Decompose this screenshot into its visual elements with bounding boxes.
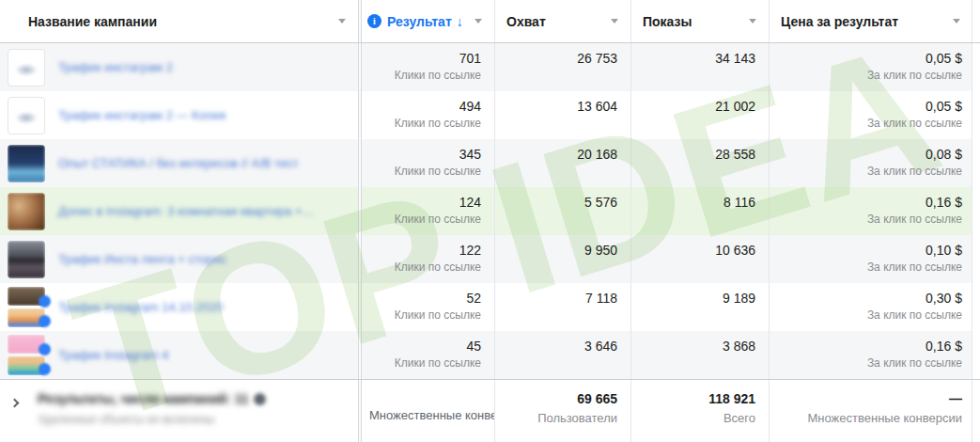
campaign-thumbnail bbox=[8, 287, 45, 328]
reach-value: 9 950 bbox=[501, 243, 617, 258]
cost-value: 0,10 $ bbox=[775, 243, 962, 258]
campaign-thumbnail bbox=[8, 193, 45, 230]
info-icon[interactable]: i bbox=[367, 14, 381, 28]
caret-down-icon[interactable] bbox=[953, 19, 960, 24]
info-icon bbox=[254, 393, 266, 405]
campaign-row[interactable]: Трафик инстаграм 2 701 Клики по ссылке 2… bbox=[0, 43, 980, 91]
impressions-value: 34 143 bbox=[637, 51, 755, 66]
row-right-strip bbox=[972, 331, 980, 379]
caret-down-icon[interactable] bbox=[338, 19, 346, 24]
column-header-result[interactable]: i Результат ↓ bbox=[362, 0, 495, 42]
totals-title: Результаты, число кампаний: 11 bbox=[38, 391, 249, 406]
result-cell: 345 Клики по ссылке bbox=[362, 139, 495, 187]
result-type-label: Клики по ссылке bbox=[367, 213, 481, 226]
totals-reach-cell: 69 665 Пользователи bbox=[495, 380, 631, 442]
reach-value: 13 604 bbox=[501, 99, 617, 114]
chevron-right-icon[interactable] bbox=[10, 399, 20, 408]
result-cell: 494 Клики по ссылке bbox=[362, 91, 495, 139]
totals-result-label: Множественные конверсии bbox=[369, 408, 494, 422]
table-footer-totals: Результаты, число кампаний: 11 Удаленные… bbox=[0, 379, 980, 442]
totals-impressions-value: 118 921 bbox=[637, 391, 755, 406]
campaign-row[interactable]: Опыт СТАТИКА / без интересов // А/В тест… bbox=[0, 139, 980, 187]
column-header-label: Результат bbox=[387, 14, 452, 29]
cost-cell: 0,30 $ За клик по ссылке bbox=[770, 283, 972, 331]
campaign-row[interactable]: Трафик Инста лента + сторис 122 Клики по… bbox=[0, 235, 980, 283]
campaign-name-link[interactable]: Трафик инстаграм 2 bbox=[58, 60, 173, 74]
reach-value: 20 168 bbox=[501, 147, 617, 162]
caret-down-icon[interactable] bbox=[611, 19, 618, 24]
result-type-label: Клики по ссылке bbox=[367, 69, 481, 82]
cost-value: 0,16 $ bbox=[775, 339, 962, 354]
campaign-thumbnail bbox=[8, 97, 45, 134]
campaign-name-cell: Допис в Instagram: 3 комнатная квартира … bbox=[0, 187, 358, 235]
totals-cost-cell: — Множественные конверсии bbox=[770, 380, 972, 442]
totals-cost-label: Множественные конверсии bbox=[775, 411, 962, 425]
reach-value: 5 576 bbox=[501, 195, 617, 210]
campaign-name-cell: Трафик инстаграм 2 bbox=[0, 43, 358, 91]
totals-subtitle: Удаленные объекты не включены bbox=[38, 413, 358, 426]
cost-type-label: За клик по ссылке bbox=[775, 356, 962, 370]
result-value: 124 bbox=[367, 195, 481, 210]
impressions-value: 9 189 bbox=[637, 291, 755, 306]
campaign-thumbnail bbox=[8, 145, 45, 182]
campaign-name-cell: Опыт СТАТИКА / без интересов // А/В тест bbox=[0, 139, 358, 187]
column-header-reach[interactable]: Охват bbox=[495, 0, 631, 42]
campaign-name-cell: Трафик Instagram 14.10.2020 bbox=[0, 283, 358, 331]
reach-value: 3 646 bbox=[501, 339, 617, 354]
impressions-cell: 28 558 bbox=[631, 139, 770, 187]
campaign-name-link[interactable]: Допис в Instagram: 3 комнатная квартира … bbox=[58, 204, 315, 218]
impressions-cell: 9 189 bbox=[631, 283, 770, 331]
row-right-strip bbox=[972, 187, 980, 235]
column-header-impressions[interactable]: Показы bbox=[631, 0, 770, 42]
cost-type-label: За клик по ссылке bbox=[775, 213, 962, 226]
totals-result-cell: Множественные конверсии bbox=[362, 380, 495, 442]
cost-cell: 0,16 $ За клик по ссылке bbox=[770, 187, 972, 235]
cost-value: 0,08 $ bbox=[775, 147, 962, 162]
campaign-row[interactable]: Трафик Instagram 14.10.2020 52 Клики по … bbox=[0, 283, 980, 331]
campaign-name-link[interactable]: Трафик Instagram 14.10.2020 bbox=[58, 300, 223, 314]
cost-value: 0,05 $ bbox=[775, 51, 962, 66]
impressions-cell: 8 116 bbox=[631, 187, 770, 235]
campaign-name-link[interactable]: Трафик Инста лента + сторис bbox=[58, 252, 226, 266]
reach-cell: 20 168 bbox=[495, 139, 631, 187]
column-header-campaign-name[interactable]: Название кампании bbox=[0, 0, 358, 42]
result-value: 494 bbox=[367, 99, 481, 114]
caret-down-icon[interactable] bbox=[749, 19, 756, 24]
sort-desc-icon: ↓ bbox=[457, 14, 463, 29]
cost-value: 0,05 $ bbox=[775, 99, 962, 114]
campaign-name-link[interactable]: Трафик инстаграм 2 — Копия bbox=[58, 108, 226, 122]
totals-reach-label: Пользователи bbox=[501, 411, 617, 425]
campaign-name-link[interactable]: Трафик Instagram 4 bbox=[58, 348, 169, 362]
impressions-value: 10 636 bbox=[637, 243, 755, 258]
campaign-row[interactable]: Допис в Instagram: 3 комнатная квартира … bbox=[0, 187, 980, 235]
cost-value: 0,16 $ bbox=[775, 195, 962, 210]
row-right-strip bbox=[972, 43, 980, 91]
totals-cost-value: — bbox=[775, 391, 962, 406]
result-cell: 701 Клики по ссылке bbox=[362, 43, 495, 91]
cost-cell: 0,05 $ За клик по ссылке bbox=[770, 91, 972, 139]
cost-type-label: За клик по ссылке bbox=[775, 308, 962, 322]
campaign-row[interactable]: Трафик инстаграм 2 — Копия 494 Клики по … bbox=[0, 91, 980, 139]
result-type-label: Клики по ссылке bbox=[367, 117, 481, 130]
campaign-name-link[interactable]: Опыт СТАТИКА / без интересов // А/В тест bbox=[58, 156, 299, 170]
result-value: 701 bbox=[367, 51, 481, 66]
table-header: Название кампании i Результат ↓ Охват По… bbox=[0, 0, 980, 43]
cost-cell: 0,08 $ За клик по ссылке bbox=[770, 139, 972, 187]
reach-cell: 26 753 bbox=[495, 43, 631, 91]
impressions-cell: 34 143 bbox=[631, 43, 770, 91]
header-right-strip bbox=[972, 0, 980, 42]
cost-type-label: За клик по ссылке bbox=[775, 117, 962, 130]
reach-value: 26 753 bbox=[501, 51, 617, 66]
result-value: 345 bbox=[367, 147, 481, 162]
caret-down-icon[interactable] bbox=[474, 19, 482, 24]
cost-type-label: За клик по ссылке bbox=[775, 69, 962, 82]
cost-type-label: За клик по ссылке bbox=[775, 260, 962, 274]
row-right-strip bbox=[972, 91, 980, 139]
row-right-strip bbox=[972, 235, 980, 283]
campaign-row[interactable]: Трафик Instagram 4 45 Клики по ссылке 3 … bbox=[0, 331, 980, 379]
totals-summary-cell: Результаты, число кампаний: 11 Удаленные… bbox=[0, 380, 358, 442]
result-cell: 52 Клики по ссылке bbox=[362, 283, 495, 331]
column-header-cost-per-result[interactable]: Цена за результат bbox=[770, 0, 972, 42]
reach-cell: 13 604 bbox=[495, 91, 631, 139]
reach-cell: 3 646 bbox=[495, 331, 631, 379]
